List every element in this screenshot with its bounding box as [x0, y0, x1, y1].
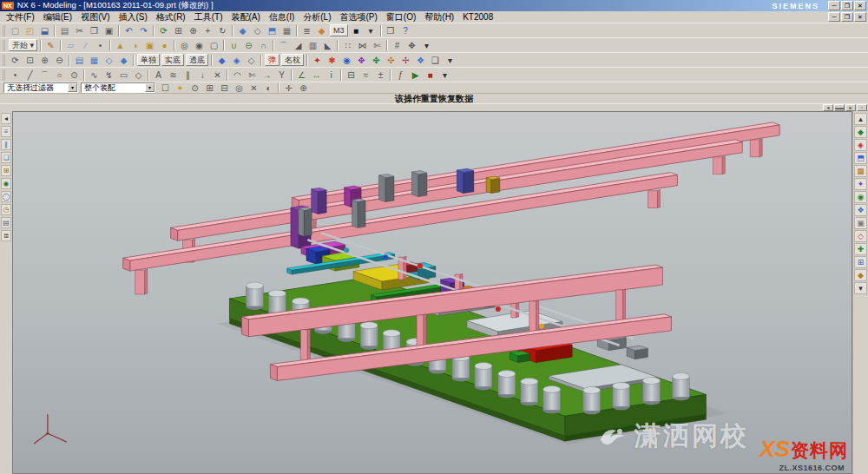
star-tool-icon[interactable]: ✦ [854, 178, 867, 190]
graphics-window[interactable]: 潇洒网校 XS 资料网 ZL.XS1616.COM [12, 111, 852, 474]
menu-item[interactable]: 插入(S) [114, 11, 151, 23]
top-view-icon[interactable]: ▦ [87, 54, 102, 67]
scroll-right-button[interactable]: ► [845, 104, 856, 111]
selection-scope-combo[interactable]: 整个装配 ▾ [81, 82, 155, 93]
window-grid-icon[interactable]: ⊞ [854, 256, 867, 268]
wireframe-style-icon[interactable]: ◇ [244, 54, 259, 67]
snapshot-icon[interactable]: ▦ [279, 24, 294, 37]
scroll-up-icon[interactable]: ▴ [854, 113, 867, 125]
roles-icon[interactable]: ≣ [1, 230, 11, 241]
section-view-icon[interactable]: ⊟ [344, 69, 358, 82]
polyline-tool-icon[interactable]: ↯ [102, 69, 116, 82]
gate-tool-icon[interactable]: ✢ [398, 54, 413, 67]
hd3d-tools-icon[interactable]: ◉ [1, 178, 11, 189]
help-icon[interactable]: ? [398, 24, 413, 37]
constraint-navigator-icon[interactable]: ∥ [1, 139, 11, 150]
menu-item[interactable]: 装配(A) [227, 11, 264, 23]
intersect-curve-icon[interactable]: ✕ [210, 69, 225, 82]
menu-item[interactable]: 帮助(H) [420, 11, 458, 23]
print-icon[interactable]: ▤ [57, 24, 72, 37]
fit-window-icon[interactable]: ⊡ [23, 54, 37, 67]
selection-filter-combo[interactable]: 无选择过滤器 ▾ [3, 82, 78, 93]
plus-tool-icon[interactable]: ✚ [854, 243, 867, 255]
draft-icon[interactable]: ◣ [320, 39, 335, 52]
collapse-resource-icon[interactable]: ◂ [1, 113, 11, 124]
extrude-icon[interactable]: ▲ [113, 39, 128, 52]
display-solid-button[interactable]: 实底 [161, 54, 184, 66]
fit-view-icon[interactable]: ⊞ [171, 24, 186, 37]
layer-settings-icon[interactable]: ≣ [299, 24, 314, 37]
runner-tool-icon[interactable]: ❖ [413, 54, 428, 67]
zoom-out-icon[interactable]: ⊖ [52, 54, 67, 67]
new-file-icon[interactable]: ▢ [8, 24, 23, 37]
ellipse-tool-icon[interactable]: ⊙ [67, 69, 82, 82]
start-menu-button[interactable]: 开始 ▾ [9, 39, 37, 51]
doc-minimize-button[interactable]: ─ [828, 12, 840, 22]
isometric-view-icon[interactable]: ◇ [102, 54, 116, 67]
front-view-icon[interactable]: ▤ [72, 54, 87, 67]
arc-tool-icon[interactable]: ⌒ [37, 69, 52, 82]
display-transparent-button[interactable]: 透底 [186, 54, 208, 66]
menu-item[interactable]: 格式(R) [152, 11, 190, 23]
save-icon[interactable]: ⬓ [37, 24, 52, 37]
refresh-view-icon[interactable]: ⟳ [8, 54, 23, 67]
cooling-tool-icon[interactable]: ◉ [339, 54, 354, 67]
edge-blend-icon[interactable]: ⌒ [276, 39, 291, 52]
refresh-icon[interactable]: ⟳ [156, 24, 171, 37]
h-scrollbar-thumb[interactable]: ▬▬ [834, 104, 845, 111]
zoom-in-icon[interactable]: ⊕ [37, 54, 52, 67]
datum-plane-icon[interactable]: ▱ [63, 39, 78, 52]
assembly-navigator-icon[interactable]: ≡ [1, 126, 11, 137]
maximize-button[interactable]: ❐ [841, 1, 853, 10]
fillet-curve-icon[interactable]: ◠ [230, 69, 245, 82]
extend-curve-icon[interactable]: → [260, 69, 274, 82]
mold-tools-dropdown-icon[interactable]: ▾ [443, 54, 457, 67]
moldbase-tool-icon[interactable]: ❑ [428, 54, 443, 67]
divide-curve-icon[interactable]: Y [274, 69, 289, 82]
combo-arrow-icon[interactable]: ▾ [68, 83, 77, 92]
cube-orange-icon[interactable]: ◆ [854, 269, 867, 281]
grid-tool-icon[interactable]: ▦ [854, 165, 867, 177]
shell-icon[interactable]: ▥ [306, 39, 320, 52]
subtract-icon[interactable]: ⊖ [241, 39, 256, 52]
standard-part-icon[interactable]: ✦ [310, 54, 325, 67]
orient-view-icon[interactable]: ⬒ [265, 24, 279, 37]
angle-measure-icon[interactable]: ∠ [294, 69, 309, 82]
open-file-icon[interactable]: ◰ [23, 24, 37, 37]
history-icon[interactable]: ◷ [1, 204, 11, 215]
menu-item[interactable]: 编辑(E) [39, 11, 76, 23]
part-navigator-icon[interactable]: ❏ [1, 152, 11, 163]
target-tool-icon[interactable]: ◉ [854, 191, 867, 203]
spline-tool-icon[interactable]: ∿ [87, 69, 102, 82]
gem-tool-icon[interactable]: ❖ [854, 204, 867, 216]
curve-dropdown-icon[interactable]: ▾ [437, 69, 452, 82]
slider-tool-icon[interactable]: ✥ [354, 54, 369, 67]
plane-tool-icon[interactable]: ⬒ [854, 152, 867, 164]
circle-tool-icon[interactable]: ○ [52, 69, 67, 82]
revolve-icon[interactable]: ◑ [128, 39, 142, 52]
shaded-view-icon[interactable]: ◆ [235, 24, 250, 37]
redo-icon[interactable]: ↷ [136, 24, 151, 37]
menu-item[interactable]: 工具(T) [190, 11, 227, 23]
system-materials-icon[interactable]: ▤ [1, 217, 11, 228]
intersect-icon[interactable]: ∩ [256, 39, 271, 52]
menu-item[interactable]: KT2008 [458, 12, 497, 22]
point-tool-icon[interactable]: • [8, 69, 23, 82]
paste-icon[interactable]: ▣ [102, 24, 116, 37]
move-component-icon[interactable]: ✥ [404, 39, 419, 52]
wireframe-view-icon[interactable]: ◇ [250, 24, 265, 37]
zoom-icon[interactable]: ⊕ [186, 24, 201, 37]
chamfer-icon[interactable]: ◢ [291, 39, 306, 52]
undo-icon[interactable]: ↶ [122, 24, 136, 37]
doc-restore-button[interactable]: ❐ [841, 12, 853, 22]
polygon-tool-icon[interactable]: ◇ [131, 69, 146, 82]
diamond-outline-icon[interactable]: ◇ [854, 230, 867, 242]
material-m3-button[interactable]: M3 [330, 24, 348, 36]
mirror-icon[interactable]: ⋈ [355, 39, 370, 52]
sketch-icon[interactable]: ✎ [43, 39, 58, 52]
lifter-tool-icon[interactable]: ✤ [369, 54, 384, 67]
pattern-curve-icon[interactable]: ≋ [166, 69, 181, 82]
menu-item[interactable]: 文件(F) [2, 11, 39, 23]
scroll-left-button[interactable]: ◄ [823, 104, 833, 111]
constraint-icon[interactable]: # [390, 39, 404, 52]
